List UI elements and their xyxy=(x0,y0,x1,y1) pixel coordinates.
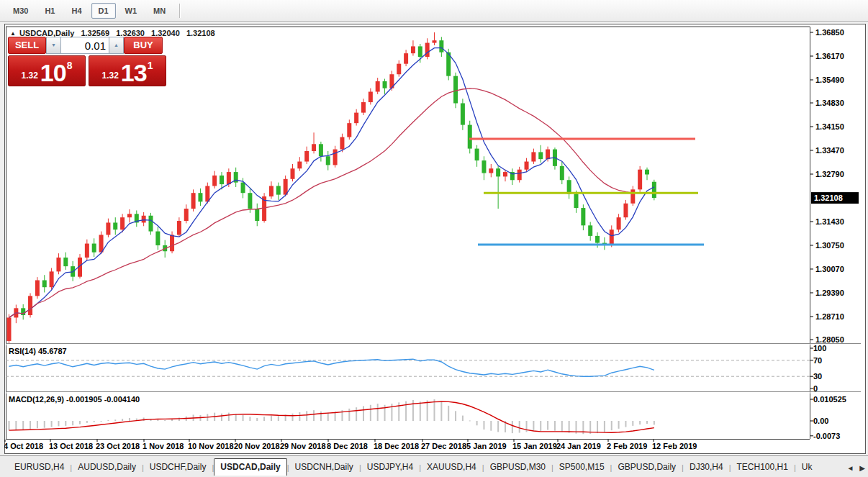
date-tick-label: 29 Nov 2018 xyxy=(280,442,326,450)
price-tick-label: 1.34830 xyxy=(815,99,844,107)
timeframe-button-mn[interactable]: MN xyxy=(146,3,173,19)
time-axis[interactable]: 4 Oct 201813 Oct 201823 Oct 20181 Nov 20… xyxy=(4,440,697,450)
sell-button[interactable]: SELL xyxy=(8,37,46,54)
scroll-left-icon[interactable]: ◄ xyxy=(847,464,854,472)
one-click-trade-widget: SELL ▼ ▲ BUY 1.32 10 8 1.32 13 1 xyxy=(8,37,171,86)
chart-tab-gbpusd-m30[interactable]: GBPUSD,M30 xyxy=(484,460,551,476)
timeframe-button-w1[interactable]: W1 xyxy=(118,3,145,19)
chart-tab-usdcad-daily[interactable]: USDCAD,Daily xyxy=(214,458,286,476)
date-tick-label: 13 Oct 2018 xyxy=(49,442,93,450)
timeframe-button-d1[interactable]: D1 xyxy=(91,3,116,19)
chart-tab-usdcnh-daily[interactable]: USDCNH,Daily xyxy=(289,460,359,476)
chart-tab-usdjpy-h4[interactable]: USDJPY,H4 xyxy=(361,460,419,476)
scroll-right-icon[interactable]: ▶ xyxy=(859,464,865,472)
buy-price-base: 1.32 xyxy=(102,71,119,81)
sell-price-base: 1.32 xyxy=(22,71,38,81)
quote-close: 1.32108 xyxy=(186,29,215,37)
ma-fast-line xyxy=(9,47,654,317)
rsi-axis-label: 70 xyxy=(813,356,822,365)
date-tick-label: 15 Jan 2019 xyxy=(512,442,557,450)
date-tick-label: 10 Nov 2018 xyxy=(188,442,234,450)
collapse-icon[interactable]: ▲ xyxy=(10,30,16,37)
chevron-up-icon: ▲ xyxy=(114,42,119,47)
rsi-axis-label: 100 xyxy=(813,344,826,353)
rsi-axis-label: 30 xyxy=(813,372,822,381)
date-tick-label: 20 Nov 2018 xyxy=(234,442,280,450)
chart-title: ▲USDCAD,Daily 1.32569 1.32630 1.32040 1.… xyxy=(10,29,215,37)
volume-decrease-button[interactable]: ▼ xyxy=(46,37,61,54)
chart-tab-sp500-m15[interactable]: SP500,M15 xyxy=(553,460,610,476)
chart-canvas[interactable]: 1.368501.361701.354901.348301.341501.334… xyxy=(4,24,866,454)
macd-axis-label: -0.0073 xyxy=(813,432,840,440)
trade-controls-row: SELL ▼ ▲ BUY xyxy=(8,37,171,54)
sell-price-pips: 10 xyxy=(40,63,66,84)
price-tick-label: 1.28050 xyxy=(815,335,844,344)
date-tick-label: 2 Feb 2019 xyxy=(607,442,647,450)
date-tick-label: 18 Dec 2018 xyxy=(374,442,419,450)
current-price-badge: 1.32108 xyxy=(811,192,859,204)
macd-histogram xyxy=(9,399,655,434)
chart-title-symbol: USDCAD,Daily xyxy=(19,29,74,37)
macd-axis-label: 0.010525 xyxy=(813,395,846,404)
price-tick-label: 1.33470 xyxy=(815,146,844,155)
chart-tab-bar: EURUSD,H4|AUDUSD,Daily|USDCHF,Daily|USDC… xyxy=(0,455,868,477)
price-tick-label: 1.34150 xyxy=(815,122,844,131)
ma-slow-line xyxy=(9,88,654,318)
price-axis[interactable]: 1.368501.361701.354901.348301.341501.334… xyxy=(810,28,844,344)
buy-price-panel[interactable]: 1.32 13 1 xyxy=(89,55,166,86)
price-tick-label: 1.36850 xyxy=(815,28,844,37)
date-tick-label: 4 Oct 2018 xyxy=(4,442,43,450)
rsi-axis-label: 0 xyxy=(813,384,818,393)
date-tick-label: 24 Jan 2019 xyxy=(556,442,601,450)
chart-tab-usdchf-daily[interactable]: USDCHF,Daily xyxy=(144,460,212,476)
volume-increase-button[interactable]: ▲ xyxy=(109,37,124,54)
macd-axis-label: 0.00 xyxy=(813,417,828,425)
date-tick-label: 27 Dec 2018 xyxy=(421,442,466,450)
chart-tab-tech100-h1[interactable]: TECH100,H1 xyxy=(731,460,794,476)
chart-frame xyxy=(6,27,861,440)
macd-signal-line xyxy=(9,401,654,432)
price-tick-label: 1.36170 xyxy=(815,52,844,60)
quote-open: 1.32569 xyxy=(81,29,109,37)
rsi-indicator-label: RSI(14) 45.6787 xyxy=(9,347,67,355)
price-tick-label: 1.30070 xyxy=(815,265,844,273)
buy-price-point: 1 xyxy=(148,60,153,71)
chart-tab-audusd-daily[interactable]: AUDUSD,Daily xyxy=(72,460,142,476)
date-tick-label: 8 Dec 2018 xyxy=(327,442,368,450)
buy-price-pips: 13 xyxy=(121,63,147,84)
volume-input[interactable] xyxy=(61,37,109,54)
timeframe-button-h1[interactable]: H1 xyxy=(37,3,62,19)
date-tick-label: 12 Feb 2019 xyxy=(652,442,697,450)
current-price-label: 1.32108 xyxy=(814,194,843,202)
timeframe-button-m30[interactable]: M30 xyxy=(6,3,35,19)
price-tick-label: 1.35490 xyxy=(815,76,844,84)
sell-price-point: 8 xyxy=(67,60,73,71)
buy-button[interactable]: BUY xyxy=(124,37,163,54)
quote-low: 1.32040 xyxy=(151,29,180,37)
rsi-line xyxy=(9,359,654,376)
chart-tab-xauusd-h4[interactable]: XAUUSD,H4 xyxy=(421,460,482,476)
sell-price-panel[interactable]: 1.32 10 8 xyxy=(8,55,86,86)
chart-tab-gbpusd-daily[interactable]: GBPUSD,Daily xyxy=(612,460,682,476)
chart-tab-dj30-h4[interactable]: DJ30,H4 xyxy=(684,460,729,476)
chevron-down-icon: ▼ xyxy=(51,42,56,47)
timeframe-toolbar: M30H1H4D1W1MN xyxy=(0,0,868,22)
price-tick-label: 1.28710 xyxy=(815,312,844,321)
price-tick-label: 1.32790 xyxy=(815,170,844,178)
quote-high: 1.32630 xyxy=(116,29,145,37)
timeframe-button-group: M30H1H4D1W1MN xyxy=(6,2,181,19)
tab-scroll-arrows: ◄ ▶ xyxy=(841,464,865,472)
timeframe-button-h4[interactable]: H4 xyxy=(64,3,89,19)
chart-tab-uk[interactable]: Uk xyxy=(796,460,818,476)
price-tick-label: 1.30750 xyxy=(815,241,844,250)
macd-indicator-label: MACD(12,26,9) -0.001905 -0.004140 xyxy=(9,395,140,404)
date-tick-label: 5 Jan 2019 xyxy=(466,442,507,450)
chart-tab-eurusd-h4[interactable]: EURUSD,H4 xyxy=(9,460,70,476)
price-tick-label: 1.31430 xyxy=(815,217,844,226)
date-tick-label: 1 Nov 2018 xyxy=(143,442,184,450)
price-tick-label: 1.29390 xyxy=(815,289,844,297)
date-tick-label: 23 Oct 2018 xyxy=(96,442,140,450)
toolbar-separator xyxy=(179,4,181,18)
trade-prices-row: 1.32 10 8 1.32 13 1 xyxy=(8,55,171,86)
